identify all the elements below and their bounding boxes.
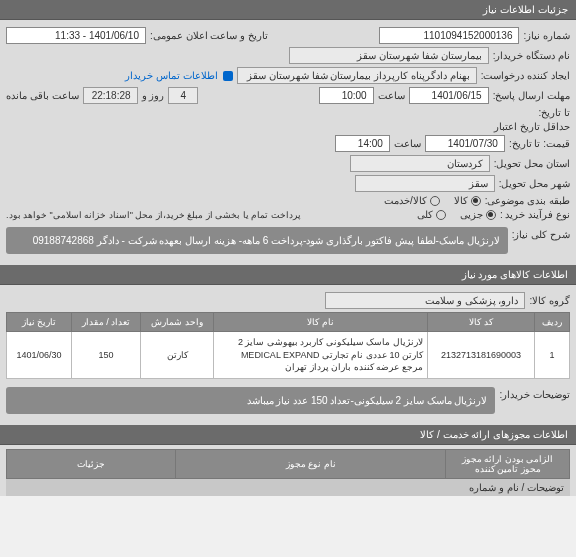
th-unit: واحد شمارش bbox=[141, 313, 214, 332]
label-classification: طبقه بندی موضوعی: bbox=[485, 195, 570, 206]
panel-permits: الزامی بودن ارائه مجوز محوز تامین کننده … bbox=[0, 445, 576, 496]
label-purchase-type: نوع فرآیند خرید : bbox=[500, 209, 570, 220]
field-goods-group: دارو، پزشکی و سلامت bbox=[325, 292, 525, 309]
label-hour2: ساعت bbox=[394, 138, 421, 149]
image-icon bbox=[223, 71, 233, 81]
label-min-validity: حداقل تاریخ اعتبار bbox=[480, 121, 570, 132]
radio-label: جزیی bbox=[460, 209, 483, 220]
label-province: استان محل تحویل: bbox=[494, 158, 570, 169]
field-remaining-days: 4 bbox=[168, 87, 198, 104]
radio-label: کالا bbox=[454, 195, 468, 206]
panel-items: گروه کالا: دارو، پزشکی و سلامت ردیف کد ک… bbox=[0, 285, 576, 425]
field-response-time: 10:00 bbox=[319, 87, 374, 104]
label-public-datetime: تاریخ و ساعت اعلان عمومی: bbox=[150, 30, 268, 41]
td-code: 2132713181690003 bbox=[427, 332, 534, 379]
section-header-items: اطلاعات کالاهای مورد نیاز bbox=[0, 265, 576, 285]
label-until-date: تا تاریخ: bbox=[538, 107, 570, 118]
field-response-date: 1401/06/15 bbox=[409, 87, 489, 104]
th-row: ردیف bbox=[535, 313, 570, 332]
td-row: 1 bbox=[535, 332, 570, 379]
td-name: لارنژیال ماسک سیلیکونی کاربرد بیهوشی سای… bbox=[214, 332, 428, 379]
label-goods-group: گروه کالا: bbox=[529, 295, 570, 306]
footer-left: توضیحات / نام و شماره bbox=[469, 482, 564, 493]
classification-radio-group: کالا کالا/خدمت bbox=[384, 195, 481, 206]
field-remaining-time: 22:18:28 bbox=[83, 87, 138, 104]
radio-icon bbox=[430, 196, 440, 206]
label-requester: ایجاد کننده درخواست: bbox=[481, 70, 570, 81]
radio-icon bbox=[486, 210, 496, 220]
radio-item-partial[interactable]: جزیی bbox=[460, 209, 496, 220]
label-hour1: ساعت bbox=[378, 90, 405, 101]
td-unit: کارتن bbox=[141, 332, 214, 379]
label-remaining: ساعت باقی مانده bbox=[6, 90, 79, 101]
th-date: تاریخ نیاز bbox=[7, 313, 72, 332]
field-device: بیمارستان شفا شهرستان سقز bbox=[289, 47, 489, 64]
field-public-datetime: 1401/06/10 - 11:33 bbox=[6, 27, 146, 44]
th-name: نام کالا bbox=[214, 313, 428, 332]
field-requester: بهنام دادگرپناه کارپرداز بیمارستان شفا ش… bbox=[237, 67, 477, 84]
table-row: 1 2132713181690003 لارنژیال ماسک سیلیکون… bbox=[7, 332, 570, 379]
general-desc-box: لارنژیال ماسک-لطفا پیش فاکتور بارگذاری ش… bbox=[6, 227, 508, 254]
contact-link[interactable]: اطلاعات تماس خریدار bbox=[125, 70, 232, 81]
section-header-info: جزئیات اطلاعات نیاز bbox=[0, 0, 576, 20]
td-date: 1401/06/30 bbox=[7, 332, 72, 379]
purchase-note: پرداخت تمام یا بخشی از مبلغ خرید،از محل … bbox=[6, 210, 301, 220]
items-table: ردیف کد کالا نام کالا واحد شمارش تعداد /… bbox=[6, 312, 570, 379]
field-need-number: 1101094152000136 bbox=[379, 27, 519, 44]
label-need-number: شماره نیاز: bbox=[523, 30, 570, 41]
purchase-radio-group: جزیی کلی bbox=[417, 209, 496, 220]
th-permit-name: نام نوع مجوز bbox=[175, 449, 445, 478]
label-device: نام دستگاه خریدار: bbox=[493, 50, 570, 61]
th-mandatory-line2: محوز تامین کننده bbox=[450, 464, 565, 474]
buyer-notes-box: لارنژیال ماسک سایز 2 سیلیکونی-تعداد 150 … bbox=[6, 387, 495, 414]
section-header-permits: اطلاعات مجوزهای ارائه خدمت / کالا bbox=[0, 425, 576, 445]
th-details: جزئیات bbox=[7, 449, 176, 478]
label-city: شهر محل تحویل: bbox=[499, 178, 570, 189]
permits-table: الزامی بودن ارائه مجوز محوز تامین کننده … bbox=[6, 449, 570, 479]
radio-icon bbox=[471, 196, 481, 206]
th-mandatory: الزامی بودن ارائه مجوز محوز تامین کننده bbox=[446, 449, 570, 478]
panel-info: شماره نیاز: 1101094152000136 تاریخ و ساع… bbox=[0, 20, 576, 265]
th-qty: تعداد / مقدار bbox=[72, 313, 141, 332]
radio-label: کالا/خدمت bbox=[384, 195, 427, 206]
label-general-desc: شرح کلی نیاز: bbox=[512, 223, 570, 240]
field-validity-time: 14:00 bbox=[335, 135, 390, 152]
contact-link-text: اطلاعات تماس خریدار bbox=[125, 70, 218, 81]
radio-item-total[interactable]: کلی bbox=[417, 209, 446, 220]
th-mandatory-line1: الزامی بودن ارائه مجوز bbox=[450, 454, 565, 464]
label-day-and: روز و bbox=[142, 90, 165, 101]
th-code: کد کالا bbox=[427, 313, 534, 332]
field-province: کردستان bbox=[350, 155, 490, 172]
field-validity-date: 1401/07/30 bbox=[425, 135, 505, 152]
label-buyer-notes: توضیحات خریدار: bbox=[499, 383, 570, 400]
field-city: سقز bbox=[355, 175, 495, 192]
label-response-deadline: مهلت ارسال پاسخ: bbox=[493, 90, 570, 101]
label-price-until: قیمت: تا تاریخ: bbox=[509, 138, 570, 149]
td-qty: 150 bbox=[72, 332, 141, 379]
radio-item-kala[interactable]: کالا bbox=[454, 195, 481, 206]
radio-item-kala-khedmat[interactable]: کالا/خدمت bbox=[384, 195, 440, 206]
radio-label: کلی bbox=[417, 209, 433, 220]
radio-icon bbox=[436, 210, 446, 220]
